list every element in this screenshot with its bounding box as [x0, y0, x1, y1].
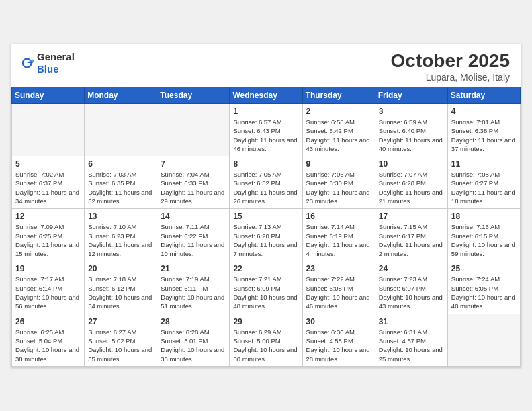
calendar-cell: 5Sunrise: 7:02 AMSunset: 6:37 PMDaylight… [12, 156, 85, 209]
weekday-header-tuesday: Tuesday [157, 87, 230, 103]
day-info: Sunrise: 6:30 AMSunset: 4:58 PMDaylight:… [306, 328, 371, 363]
day-number: 27 [88, 317, 153, 326]
day-number: 24 [379, 264, 444, 273]
calendar-cell: 9Sunrise: 7:06 AMSunset: 6:30 PMDaylight… [302, 156, 375, 209]
day-info: Sunrise: 7:23 AMSunset: 6:07 PMDaylight:… [379, 275, 444, 310]
day-number: 15 [233, 212, 298, 221]
day-number: 31 [379, 317, 444, 326]
day-info: Sunrise: 7:07 AMSunset: 6:28 PMDaylight:… [379, 170, 444, 205]
day-number: 20 [88, 264, 153, 273]
logo-blue: Blue [37, 63, 59, 75]
calendar-cell [85, 103, 157, 156]
day-number: 10 [379, 159, 444, 169]
logo-general: General [37, 51, 75, 62]
day-number: 26 [15, 317, 81, 326]
calendar-table: SundayMondayTuesdayWednesdayThursdayFrid… [11, 87, 521, 367]
day-number: 7 [161, 159, 226, 169]
calendar-container: General Blue October 2025 Lupara, Molise… [11, 44, 521, 367]
day-number: 17 [379, 212, 444, 221]
day-number: 14 [161, 212, 226, 221]
calendar-cell [157, 103, 230, 156]
day-info: Sunrise: 7:01 AMSunset: 6:38 PMDaylight:… [451, 118, 517, 153]
day-info: Sunrise: 6:28 AMSunset: 5:01 PMDaylight:… [161, 328, 226, 363]
day-info: Sunrise: 7:24 AMSunset: 6:05 PMDaylight:… [451, 275, 517, 310]
weekday-header-friday: Friday [375, 87, 447, 103]
weekday-header-wednesday: Wednesday [230, 87, 302, 103]
day-info: Sunrise: 7:06 AMSunset: 6:30 PMDaylight:… [306, 170, 371, 205]
calendar-cell: 2Sunrise: 6:58 AMSunset: 6:42 PMDaylight… [302, 103, 375, 156]
day-info: Sunrise: 7:17 AMSunset: 6:14 PMDaylight:… [15, 275, 81, 310]
day-number: 9 [306, 159, 371, 169]
logo-text: General Blue [37, 51, 75, 75]
day-number: 22 [233, 264, 298, 273]
day-number: 12 [15, 212, 81, 221]
day-number: 19 [15, 264, 81, 273]
day-info: Sunrise: 7:03 AMSunset: 6:35 PMDaylight:… [88, 170, 153, 205]
day-info: Sunrise: 7:19 AMSunset: 6:11 PMDaylight:… [161, 275, 226, 310]
location-title: Lupara, Molise, Italy [391, 72, 510, 83]
calendar-cell: 7Sunrise: 7:04 AMSunset: 6:33 PMDaylight… [157, 156, 230, 209]
calendar-cell: 1Sunrise: 6:57 AMSunset: 6:43 PMDaylight… [230, 103, 302, 156]
calendar-cell: 28Sunrise: 6:28 AMSunset: 5:01 PMDayligh… [157, 314, 230, 366]
week-row-1: 5Sunrise: 7:02 AMSunset: 6:37 PMDaylight… [12, 156, 521, 209]
week-row-2: 12Sunrise: 7:09 AMSunset: 6:25 PMDayligh… [12, 209, 521, 261]
day-info: Sunrise: 7:08 AMSunset: 6:27 PMDaylight:… [451, 170, 517, 205]
day-info: Sunrise: 7:09 AMSunset: 6:25 PMDaylight:… [15, 222, 81, 258]
week-row-0: 1Sunrise: 6:57 AMSunset: 6:43 PMDaylight… [12, 103, 521, 156]
day-info: Sunrise: 7:21 AMSunset: 6:09 PMDaylight:… [233, 275, 298, 310]
calendar-cell: 20Sunrise: 7:18 AMSunset: 6:12 PMDayligh… [85, 261, 157, 314]
calendar-cell: 19Sunrise: 7:17 AMSunset: 6:14 PMDayligh… [12, 261, 85, 314]
calendar-cell [447, 314, 520, 366]
day-number: 5 [15, 159, 81, 169]
day-info: Sunrise: 7:15 AMSunset: 6:17 PMDaylight:… [379, 222, 444, 258]
day-info: Sunrise: 6:59 AMSunset: 6:40 PMDaylight:… [379, 118, 444, 153]
calendar-header: General Blue October 2025 Lupara, Molise… [11, 44, 521, 87]
day-info: Sunrise: 6:57 AMSunset: 6:43 PMDaylight:… [233, 118, 298, 153]
day-info: Sunrise: 7:13 AMSunset: 6:20 PMDaylight:… [233, 222, 298, 258]
calendar-cell: 4Sunrise: 7:01 AMSunset: 6:38 PMDaylight… [447, 103, 520, 156]
day-number: 6 [88, 159, 153, 169]
week-row-3: 19Sunrise: 7:17 AMSunset: 6:14 PMDayligh… [12, 261, 521, 314]
logo-area: General Blue [22, 51, 75, 75]
title-area: October 2025 Lupara, Molise, Italy [391, 51, 510, 83]
day-number: 4 [451, 107, 517, 116]
calendar-cell [12, 103, 85, 156]
day-number: 16 [306, 212, 371, 221]
calendar-cell: 3Sunrise: 6:59 AMSunset: 6:40 PMDaylight… [375, 103, 447, 156]
day-number: 11 [451, 159, 517, 169]
calendar-cell: 21Sunrise: 7:19 AMSunset: 6:11 PMDayligh… [157, 261, 230, 314]
weekday-header-monday: Monday [85, 87, 157, 103]
day-number: 18 [451, 212, 517, 221]
day-info: Sunrise: 7:18 AMSunset: 6:12 PMDaylight:… [88, 275, 153, 310]
calendar-cell: 10Sunrise: 7:07 AMSunset: 6:28 PMDayligh… [375, 156, 447, 209]
day-number: 23 [306, 264, 371, 273]
day-number: 3 [379, 107, 444, 116]
day-info: Sunrise: 6:31 AMSunset: 4:57 PMDaylight:… [379, 328, 444, 363]
calendar-cell: 17Sunrise: 7:15 AMSunset: 6:17 PMDayligh… [375, 209, 447, 261]
day-number: 21 [161, 264, 226, 273]
day-info: Sunrise: 7:10 AMSunset: 6:23 PMDaylight:… [88, 222, 153, 258]
day-number: 8 [233, 159, 298, 169]
day-info: Sunrise: 7:04 AMSunset: 6:33 PMDaylight:… [161, 170, 226, 205]
day-info: Sunrise: 7:05 AMSunset: 6:32 PMDaylight:… [233, 170, 298, 205]
day-info: Sunrise: 6:58 AMSunset: 6:42 PMDaylight:… [306, 118, 371, 153]
calendar-cell: 27Sunrise: 6:27 AMSunset: 5:02 PMDayligh… [85, 314, 157, 366]
weekday-header-saturday: Saturday [447, 87, 520, 103]
day-info: Sunrise: 7:02 AMSunset: 6:37 PMDaylight:… [15, 170, 81, 205]
week-row-4: 26Sunrise: 6:25 AMSunset: 5:04 PMDayligh… [12, 314, 521, 366]
calendar-cell: 12Sunrise: 7:09 AMSunset: 6:25 PMDayligh… [12, 209, 85, 261]
calendar-cell: 11Sunrise: 7:08 AMSunset: 6:27 PMDayligh… [447, 156, 520, 209]
calendar-cell: 30Sunrise: 6:30 AMSunset: 4:58 PMDayligh… [302, 314, 375, 366]
weekday-header-thursday: Thursday [302, 87, 375, 103]
calendar-cell: 25Sunrise: 7:24 AMSunset: 6:05 PMDayligh… [447, 261, 520, 314]
day-info: Sunrise: 6:25 AMSunset: 5:04 PMDaylight:… [15, 328, 81, 363]
calendar-cell: 16Sunrise: 7:14 AMSunset: 6:19 PMDayligh… [302, 209, 375, 261]
day-number: 25 [451, 264, 517, 273]
day-info: Sunrise: 7:16 AMSunset: 6:15 PMDaylight:… [451, 222, 517, 258]
day-number: 2 [306, 107, 371, 116]
calendar-cell: 6Sunrise: 7:03 AMSunset: 6:35 PMDaylight… [85, 156, 157, 209]
calendar-cell: 26Sunrise: 6:25 AMSunset: 5:04 PMDayligh… [12, 314, 85, 366]
day-number: 30 [306, 317, 371, 326]
day-number: 13 [88, 212, 153, 221]
day-number: 28 [161, 317, 226, 326]
